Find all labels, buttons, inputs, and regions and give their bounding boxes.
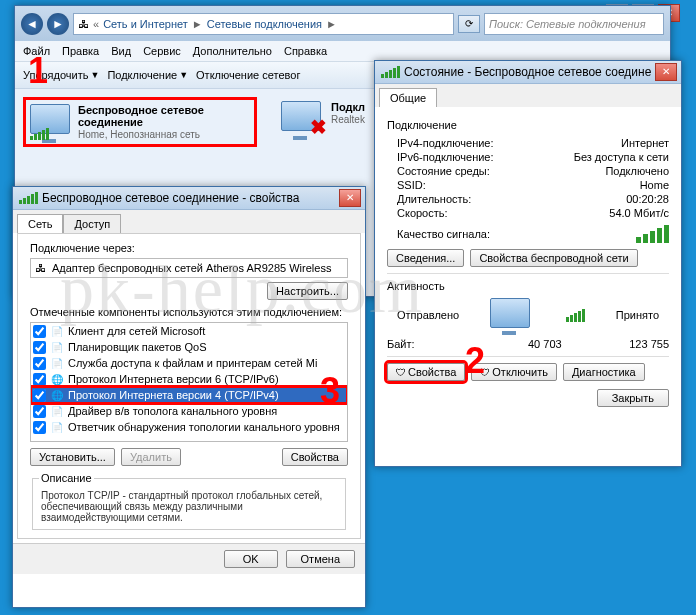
label-ssid: SSID: [397, 179, 426, 191]
label-media: Состояние среды: [397, 165, 490, 177]
remove-button: Удалить [121, 448, 181, 466]
checkbox[interactable] [33, 341, 46, 354]
label-duration: Длительность: [397, 193, 471, 205]
diag-button[interactable]: Диагностика [563, 363, 645, 381]
ipv4-icon: 🌐 [50, 388, 64, 402]
close-button[interactable]: Закрыть [597, 389, 669, 407]
conn-sub: Realtek [331, 114, 365, 125]
client-icon: 📄 [50, 324, 64, 338]
props-window: Беспроводное сетевое соединение - свойст… [12, 186, 366, 608]
network-icon: 🖧 [78, 18, 89, 30]
crumb-1[interactable]: Сеть и Интернет [103, 18, 188, 30]
label-speed: Скорость: [397, 207, 448, 219]
menu-bar: Файл Правка Вид Сервис Дополнительно Спр… [15, 41, 670, 62]
value-ssid: Home [640, 179, 669, 191]
cancel-button[interactable]: Отмена [286, 550, 355, 568]
share-icon: 📄 [50, 356, 64, 370]
list-item: 🌐Протокол Интернета версии 6 (TCP/IPv6) [31, 371, 347, 387]
list-item: 📄Планировщик пакетов QoS [31, 339, 347, 355]
label-ipv4: IPv4-подключение: [397, 137, 494, 149]
tab-general[interactable]: Общие [379, 88, 437, 107]
menu-help[interactable]: Справка [284, 45, 327, 57]
label-signal: Качество сигнала: [397, 228, 490, 240]
close-button[interactable]: ✕ [339, 189, 361, 207]
driver-icon: 📄 [50, 404, 64, 418]
tab-network[interactable]: Сеть [17, 214, 63, 233]
label-bytes: Байт: [387, 338, 415, 350]
value-media: Подключено [605, 165, 669, 177]
value-ipv4: Интернет [621, 137, 669, 149]
configure-button[interactable]: Настроить... [267, 282, 348, 300]
checkbox[interactable] [33, 421, 46, 434]
list-item-ipv4: 🌐Протокол Интернета версии 4 (TCP/IPv4) [31, 387, 347, 403]
label-recv: Принято [616, 309, 659, 321]
details-button[interactable]: Сведения... [387, 249, 464, 267]
error-x-icon: ✖ [310, 115, 327, 139]
ok-button[interactable]: OK [224, 550, 278, 568]
ipv6-icon: 🌐 [50, 372, 64, 386]
crumb-2[interactable]: Сетевые подключения [207, 18, 322, 30]
label-sent: Отправлено [397, 309, 459, 321]
checkbox[interactable] [33, 325, 46, 338]
checkbox[interactable] [33, 389, 46, 402]
activity-signal-icon [566, 309, 585, 322]
conn-name: Беспроводное сетевое соединение [78, 104, 250, 128]
nav-back-button[interactable]: ◄ [21, 13, 43, 35]
description-text: Протокол TCP/IP - стандартный протокол г… [39, 488, 339, 525]
label-ipv6: IPv6-подключение: [397, 151, 494, 163]
list-item: 📄Драйвер в/в тополога канального уровня [31, 403, 347, 419]
responder-icon: 📄 [50, 420, 64, 434]
install-button[interactable]: Установить... [30, 448, 115, 466]
disconnect-button[interactable]: Отключение сетевог [196, 69, 300, 81]
marker-1: 1 [28, 50, 48, 92]
list-item: 📄Служба доступа к файлам и принтерам сет… [31, 355, 347, 371]
label-description: Описание [39, 472, 94, 484]
wireless-props-button[interactable]: Свойства беспроводной сети [470, 249, 637, 267]
signal-bars-icon [636, 225, 669, 243]
menu-service[interactable]: Сервис [143, 45, 181, 57]
checkbox[interactable] [33, 373, 46, 386]
search-input[interactable]: Поиск: Сетевые подключения [484, 13, 664, 35]
value-sent: 40 703 [528, 338, 562, 350]
value-ipv6: Без доступа к сети [574, 151, 669, 163]
signal-icon [19, 192, 38, 204]
checkbox[interactable] [33, 405, 46, 418]
props-button[interactable]: Свойства [387, 363, 465, 381]
conn-sub: Home, Неопознанная сеть [78, 129, 200, 140]
close-button[interactable]: ✕ [655, 63, 677, 81]
signal-icon [381, 66, 400, 78]
refresh-button[interactable]: ⟳ [458, 15, 480, 33]
address-bar[interactable]: 🖧 « Сеть и Интернет ► Сетевые подключени… [73, 13, 454, 35]
value-speed: 54.0 Мбит/с [609, 207, 669, 219]
marker-3: 3 [320, 370, 340, 412]
adapter-icon: 🖧 [35, 262, 46, 274]
conn-name: Подкл [331, 101, 365, 113]
connect-button[interactable]: Подключение▼ [107, 69, 188, 81]
menu-advanced[interactable]: Дополнительно [193, 45, 272, 57]
tab-access[interactable]: Доступ [63, 214, 121, 233]
list-item: 📄Клиент для сетей Microsoft [31, 323, 347, 339]
group-connection: Подключение [387, 119, 669, 131]
status-title: Состояние - Беспроводное сетевое соедине… [404, 65, 651, 79]
menu-view[interactable]: Вид [111, 45, 131, 57]
value-recv: 123 755 [629, 338, 669, 350]
wireless-icon [30, 104, 70, 140]
connection-wireless[interactable]: Беспроводное сетевое соединение Home, Не… [23, 97, 257, 147]
component-list[interactable]: 📄Клиент для сетей Microsoft 📄Планировщик… [30, 322, 348, 442]
activity-icon [490, 298, 534, 332]
label-connect-via: Подключение через: [30, 242, 348, 254]
marker-2: 2 [465, 340, 485, 382]
label-components: Отмеченные компоненты используются этим … [30, 306, 348, 318]
list-item: 📄Ответчик обнаружения топологии канально… [31, 419, 347, 435]
lan-icon: ✖ [281, 101, 323, 137]
qos-icon: 📄 [50, 340, 64, 354]
status-window: Состояние - Беспроводное сетевое соедине… [374, 60, 682, 467]
group-activity: Активность [387, 280, 669, 292]
checkbox[interactable] [33, 357, 46, 370]
item-props-button[interactable]: Свойства [282, 448, 348, 466]
value-duration: 00:20:28 [626, 193, 669, 205]
nav-fwd-button[interactable]: ► [47, 13, 69, 35]
adapter-name: Адаптер беспроводных сетей Atheros AR928… [52, 262, 331, 274]
props-title: Беспроводное сетевое соединение - свойст… [42, 191, 335, 205]
menu-edit[interactable]: Правка [62, 45, 99, 57]
